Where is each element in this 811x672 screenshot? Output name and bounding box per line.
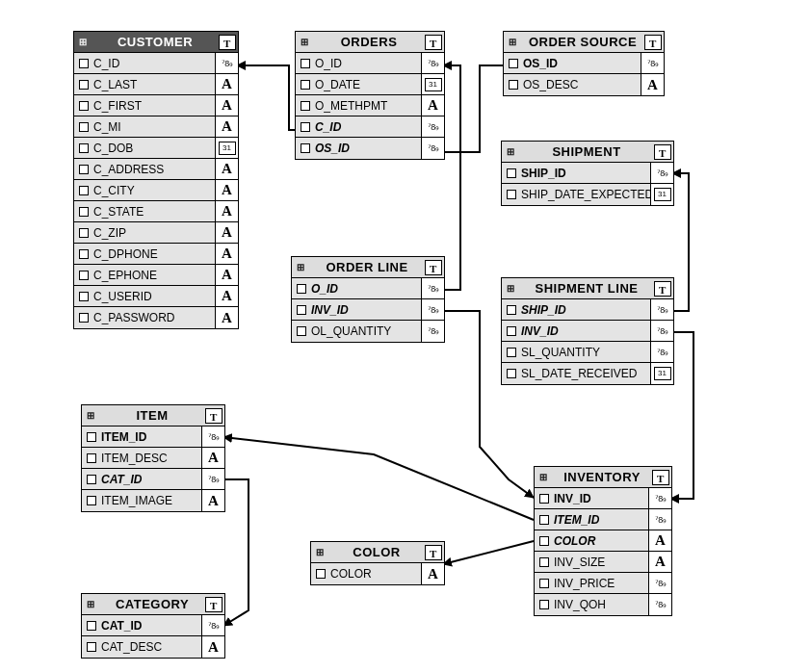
column-checkbox[interactable]	[292, 305, 311, 315]
column-checkbox[interactable]	[74, 271, 93, 280]
column-row[interactable]: O_ID⁷8₉	[296, 53, 444, 74]
column-checkbox[interactable]	[292, 284, 311, 294]
column-checkbox[interactable]	[82, 642, 101, 652]
column-row[interactable]: CAT_ID⁷8₉	[82, 469, 224, 490]
column-row[interactable]: SHIP_ID⁷8₉	[502, 163, 673, 184]
column-checkbox[interactable]	[74, 122, 93, 132]
column-checkbox[interactable]	[74, 207, 93, 217]
column-row[interactable]: SL_QUANTITY⁷8₉	[502, 342, 673, 363]
column-checkbox[interactable]	[502, 326, 521, 336]
entity-titlebar[interactable]: ⊞ORDER SOURCET	[504, 32, 664, 53]
column-checkbox[interactable]	[502, 348, 521, 357]
column-checkbox[interactable]	[296, 122, 315, 132]
column-checkbox[interactable]	[535, 494, 554, 504]
column-row[interactable]: COLORA	[311, 563, 444, 584]
column-checkbox[interactable]	[535, 536, 554, 546]
entity-category[interactable]: ⊞CATEGORYTCAT_ID⁷8₉CAT_DESCA	[81, 593, 225, 659]
column-row[interactable]: SL_DATE_RECEIVED31	[502, 363, 673, 384]
column-row[interactable]: C_DPHONEA	[74, 244, 238, 265]
column-row[interactable]: INV_QOH⁷8₉	[535, 594, 671, 615]
column-checkbox[interactable]	[296, 101, 315, 111]
column-row[interactable]: C_CITYA	[74, 180, 238, 201]
entity-titlebar[interactable]: ⊞SHIPMENTT	[502, 142, 673, 163]
column-checkbox[interactable]	[82, 496, 101, 505]
column-row[interactable]: SHIP_DATE_EXPECTED31	[502, 184, 673, 205]
column-checkbox[interactable]	[74, 101, 93, 111]
column-row[interactable]: SHIP_ID⁷8₉	[502, 299, 673, 321]
column-row[interactable]: C_LASTA	[74, 74, 238, 95]
column-checkbox[interactable]	[504, 80, 523, 90]
column-checkbox[interactable]	[74, 186, 93, 195]
entity-shipment_line[interactable]: ⊞SHIPMENT LINETSHIP_ID⁷8₉INV_ID⁷8₉SL_QUA…	[501, 277, 674, 385]
column-row[interactable]: COLORA	[535, 530, 671, 552]
column-checkbox[interactable]	[82, 432, 101, 442]
column-checkbox[interactable]	[74, 165, 93, 174]
entity-titlebar[interactable]: ⊞ORDERST	[296, 32, 444, 53]
column-row[interactable]: O_METHPMTA	[296, 95, 444, 116]
column-checkbox[interactable]	[74, 80, 93, 90]
column-checkbox[interactable]	[74, 228, 93, 238]
column-row[interactable]: O_ID⁷8₉	[292, 278, 444, 299]
column-row[interactable]: OS_ID⁷8₉	[504, 53, 664, 74]
column-row[interactable]: C_STATEA	[74, 201, 238, 222]
column-row[interactable]: CAT_DESCA	[82, 636, 224, 658]
column-checkbox[interactable]	[502, 168, 521, 178]
entity-order_source[interactable]: ⊞ORDER SOURCETOS_ID⁷8₉OS_DESCA	[503, 31, 665, 96]
column-row[interactable]: C_MIA	[74, 116, 238, 138]
entity-titlebar[interactable]: ⊞ORDER LINET	[292, 257, 444, 278]
entity-inventory[interactable]: ⊞INVENTORYTINV_ID⁷8₉ITEM_ID⁷8₉COLORAINV_…	[534, 466, 672, 616]
column-checkbox[interactable]	[74, 292, 93, 301]
column-checkbox[interactable]	[311, 569, 330, 579]
column-row[interactable]: INV_ID⁷8₉	[292, 299, 444, 321]
column-checkbox[interactable]	[535, 600, 554, 609]
entity-titlebar[interactable]: ⊞COLORT	[311, 542, 444, 563]
column-checkbox[interactable]	[504, 59, 523, 68]
column-checkbox[interactable]	[82, 475, 101, 484]
column-row[interactable]: INV_SIZEA	[535, 552, 671, 573]
column-row[interactable]: ITEM_DESCA	[82, 448, 224, 469]
column-checkbox[interactable]	[74, 143, 93, 153]
column-checkbox[interactable]	[535, 515, 554, 525]
column-row[interactable]: OS_ID⁷8₉	[296, 138, 444, 159]
column-checkbox[interactable]	[292, 326, 311, 336]
column-row[interactable]: CAT_ID⁷8₉	[82, 615, 224, 636]
column-checkbox[interactable]	[502, 305, 521, 315]
column-checkbox[interactable]	[74, 313, 93, 323]
entity-item[interactable]: ⊞ITEMTITEM_ID⁷8₉ITEM_DESCACAT_ID⁷8₉ITEM_…	[81, 404, 225, 512]
column-checkbox[interactable]	[74, 59, 93, 68]
column-checkbox[interactable]	[296, 143, 315, 153]
column-row[interactable]: INV_PRICE⁷8₉	[535, 573, 671, 594]
column-checkbox[interactable]	[535, 579, 554, 588]
column-checkbox[interactable]	[502, 369, 521, 378]
column-checkbox[interactable]	[296, 59, 315, 68]
column-row[interactable]: INV_ID⁷8₉	[502, 321, 673, 342]
column-row[interactable]: O_DATE31	[296, 74, 444, 95]
entity-orders[interactable]: ⊞ORDERSTO_ID⁷8₉O_DATE31O_METHPMTAC_ID⁷8₉…	[295, 31, 445, 160]
column-row[interactable]: C_ZIPA	[74, 222, 238, 244]
column-row[interactable]: C_PASSWORDA	[74, 307, 238, 328]
entity-titlebar[interactable]: ⊞ITEMT	[82, 405, 224, 426]
column-checkbox[interactable]	[82, 621, 101, 631]
column-row[interactable]: OL_QUANTITY⁷8₉	[292, 321, 444, 342]
entity-customer[interactable]: ⊞CUSTOMERTC_ID⁷8₉C_LASTAC_FIRSTAC_MIAC_D…	[73, 31, 239, 329]
entity-titlebar[interactable]: ⊞CUSTOMERT	[74, 32, 238, 53]
column-row[interactable]: OS_DESCA	[504, 74, 664, 95]
column-checkbox[interactable]	[502, 190, 521, 199]
entity-titlebar[interactable]: ⊞SHIPMENT LINET	[502, 278, 673, 299]
column-row[interactable]: INV_ID⁷8₉	[535, 488, 671, 509]
column-row[interactable]: ITEM_ID⁷8₉	[82, 426, 224, 448]
column-row[interactable]: C_ADDRESSA	[74, 159, 238, 180]
column-checkbox[interactable]	[82, 453, 101, 463]
column-row[interactable]: C_EPHONEA	[74, 265, 238, 286]
column-row[interactable]: ITEM_ID⁷8₉	[535, 509, 671, 530]
column-row[interactable]: C_FIRSTA	[74, 95, 238, 116]
entity-order_line[interactable]: ⊞ORDER LINETO_ID⁷8₉INV_ID⁷8₉OL_QUANTITY⁷…	[291, 256, 445, 343]
column-row[interactable]: ITEM_IMAGEA	[82, 490, 224, 511]
column-row[interactable]: C_DOB31	[74, 138, 238, 159]
column-checkbox[interactable]	[296, 80, 315, 90]
column-row[interactable]: C_USERIDA	[74, 286, 238, 307]
entity-color[interactable]: ⊞COLORTCOLORA	[310, 541, 445, 585]
column-checkbox[interactable]	[74, 249, 93, 259]
column-row[interactable]: C_ID⁷8₉	[296, 116, 444, 138]
entity-titlebar[interactable]: ⊞INVENTORYT	[535, 467, 671, 488]
